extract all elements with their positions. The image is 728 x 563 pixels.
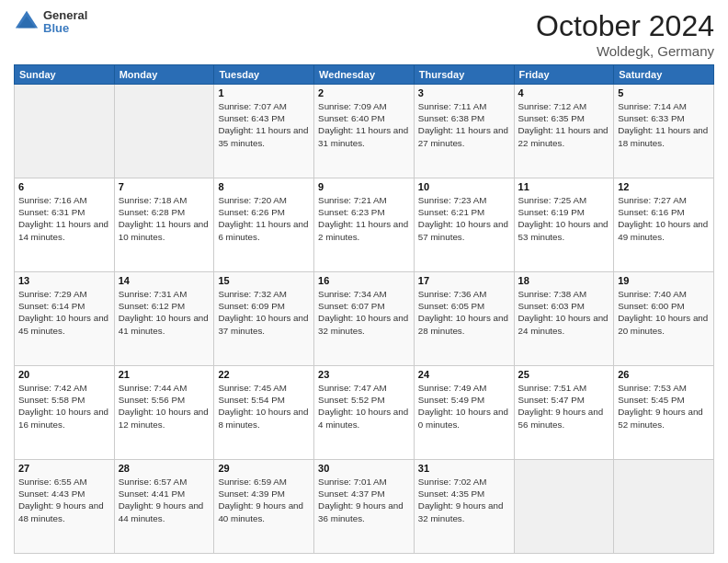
cell-day-number: 14 <box>119 275 210 286</box>
cell-info: Sunrise: 7:45 AM Sunset: 5:54 PM Dayligh… <box>218 382 310 431</box>
cell-info: Sunrise: 7:25 AM Sunset: 6:19 PM Dayligh… <box>518 194 610 243</box>
logo-line2: Blue <box>43 22 87 35</box>
cell-day-number: 27 <box>18 463 110 474</box>
cell-day-number: 24 <box>418 369 510 380</box>
calendar-cell: 18Sunrise: 7:38 AM Sunset: 6:03 PM Dayli… <box>514 272 614 366</box>
calendar-cell: 1Sunrise: 7:07 AM Sunset: 6:43 PM Daylig… <box>214 85 314 178</box>
calendar-cell: 27Sunrise: 6:55 AM Sunset: 4:43 PM Dayli… <box>15 460 115 554</box>
cell-info: Sunrise: 7:47 AM Sunset: 5:52 PM Dayligh… <box>318 382 410 431</box>
cell-day-number: 10 <box>418 181 510 192</box>
calendar-week-3: 13Sunrise: 7:29 AM Sunset: 6:14 PM Dayli… <box>15 272 714 366</box>
cell-info: Sunrise: 7:21 AM Sunset: 6:23 PM Dayligh… <box>318 194 410 243</box>
calendar-cell: 16Sunrise: 7:34 AM Sunset: 6:07 PM Dayli… <box>314 272 415 366</box>
calendar-cell: 17Sunrise: 7:36 AM Sunset: 6:05 PM Dayli… <box>414 272 514 366</box>
calendar-cell: 4Sunrise: 7:12 AM Sunset: 6:35 PM Daylig… <box>514 85 614 178</box>
cell-day-number: 15 <box>218 275 310 286</box>
cell-info: Sunrise: 7:29 AM Sunset: 6:14 PM Dayligh… <box>18 288 110 337</box>
calendar-cell: 6Sunrise: 7:16 AM Sunset: 6:31 PM Daylig… <box>15 178 115 272</box>
calendar-cell: 23Sunrise: 7:47 AM Sunset: 5:52 PM Dayli… <box>314 366 415 460</box>
cell-day-number: 19 <box>618 275 710 286</box>
weekday-wednesday: Wednesday <box>314 65 415 85</box>
cell-info: Sunrise: 7:18 AM Sunset: 6:28 PM Dayligh… <box>119 194 210 243</box>
cell-info: Sunrise: 7:16 AM Sunset: 6:31 PM Dayligh… <box>18 194 110 243</box>
cell-day-number: 7 <box>119 181 210 192</box>
cell-day-number: 4 <box>518 87 610 98</box>
weekday-friday: Friday <box>514 65 614 85</box>
weekday-tuesday: Tuesday <box>214 65 314 85</box>
calendar-cell: 15Sunrise: 7:32 AM Sunset: 6:09 PM Dayli… <box>214 272 314 366</box>
calendar-cell: 28Sunrise: 6:57 AM Sunset: 4:41 PM Dayli… <box>114 460 214 554</box>
calendar-cell: 8Sunrise: 7:20 AM Sunset: 6:26 PM Daylig… <box>214 178 314 272</box>
cell-info: Sunrise: 7:32 AM Sunset: 6:09 PM Dayligh… <box>218 288 310 337</box>
calendar-cell: 14Sunrise: 7:31 AM Sunset: 6:12 PM Dayli… <box>114 272 214 366</box>
calendar-cell: 29Sunrise: 6:59 AM Sunset: 4:39 PM Dayli… <box>214 460 314 554</box>
calendar-week-2: 6Sunrise: 7:16 AM Sunset: 6:31 PM Daylig… <box>15 178 714 272</box>
calendar-cell: 26Sunrise: 7:53 AM Sunset: 5:45 PM Dayli… <box>614 366 714 460</box>
cell-day-number: 2 <box>318 87 410 98</box>
cell-day-number: 5 <box>618 87 710 98</box>
cell-info: Sunrise: 7:09 AM Sunset: 6:40 PM Dayligh… <box>318 100 410 149</box>
month-title: October 2024 <box>536 9 714 43</box>
cell-info: Sunrise: 7:01 AM Sunset: 4:37 PM Dayligh… <box>318 476 410 524</box>
calendar-cell: 9Sunrise: 7:21 AM Sunset: 6:23 PM Daylig… <box>314 178 415 272</box>
calendar-week-4: 20Sunrise: 7:42 AM Sunset: 5:58 PM Dayli… <box>15 366 714 460</box>
cell-info: Sunrise: 7:51 AM Sunset: 5:47 PM Dayligh… <box>518 382 610 431</box>
calendar-cell: 30Sunrise: 7:01 AM Sunset: 4:37 PM Dayli… <box>314 460 415 554</box>
calendar-week-5: 27Sunrise: 6:55 AM Sunset: 4:43 PM Dayli… <box>15 460 714 554</box>
logo: General Blue <box>14 9 87 36</box>
page: General Blue October 2024 Woldegk, Germa… <box>0 0 728 563</box>
cell-day-number: 3 <box>418 87 510 98</box>
cell-info: Sunrise: 7:27 AM Sunset: 6:16 PM Dayligh… <box>618 194 710 243</box>
calendar-cell: 21Sunrise: 7:44 AM Sunset: 5:56 PM Dayli… <box>114 366 214 460</box>
cell-day-number: 6 <box>18 181 110 192</box>
cell-info: Sunrise: 7:34 AM Sunset: 6:07 PM Dayligh… <box>318 288 410 337</box>
calendar-cell <box>514 460 614 554</box>
cell-day-number: 22 <box>218 369 310 380</box>
calendar-cell: 2Sunrise: 7:09 AM Sunset: 6:40 PM Daylig… <box>314 85 415 178</box>
cell-info: Sunrise: 7:14 AM Sunset: 6:33 PM Dayligh… <box>618 100 710 149</box>
cell-info: Sunrise: 7:12 AM Sunset: 6:35 PM Dayligh… <box>518 100 610 149</box>
calendar-cell: 24Sunrise: 7:49 AM Sunset: 5:49 PM Dayli… <box>414 366 514 460</box>
logo-line1: General <box>43 9 87 22</box>
cell-day-number: 9 <box>318 181 410 192</box>
cell-info: Sunrise: 7:11 AM Sunset: 6:38 PM Dayligh… <box>418 100 510 149</box>
cell-day-number: 12 <box>618 181 710 192</box>
logo-icon <box>14 9 40 35</box>
cell-info: Sunrise: 7:49 AM Sunset: 5:49 PM Dayligh… <box>418 382 510 431</box>
calendar-cell: 12Sunrise: 7:27 AM Sunset: 6:16 PM Dayli… <box>614 178 714 272</box>
cell-day-number: 31 <box>418 463 510 474</box>
calendar-cell: 25Sunrise: 7:51 AM Sunset: 5:47 PM Dayli… <box>514 366 614 460</box>
calendar-cell: 13Sunrise: 7:29 AM Sunset: 6:14 PM Dayli… <box>15 272 115 366</box>
cell-info: Sunrise: 7:02 AM Sunset: 4:35 PM Dayligh… <box>418 476 510 524</box>
location: Woldegk, Germany <box>536 43 714 59</box>
calendar-cell: 11Sunrise: 7:25 AM Sunset: 6:19 PM Dayli… <box>514 178 614 272</box>
cell-day-number: 13 <box>18 275 110 286</box>
cell-info: Sunrise: 7:38 AM Sunset: 6:03 PM Dayligh… <box>518 288 610 337</box>
calendar-cell: 10Sunrise: 7:23 AM Sunset: 6:21 PM Dayli… <box>414 178 514 272</box>
calendar-cell: 5Sunrise: 7:14 AM Sunset: 6:33 PM Daylig… <box>614 85 714 178</box>
calendar-cell: 22Sunrise: 7:45 AM Sunset: 5:54 PM Dayli… <box>214 366 314 460</box>
cell-day-number: 29 <box>218 463 310 474</box>
cell-day-number: 8 <box>218 181 310 192</box>
cell-info: Sunrise: 7:36 AM Sunset: 6:05 PM Dayligh… <box>418 288 510 337</box>
weekday-header-row: SundayMondayTuesdayWednesdayThursdayFrid… <box>15 65 714 85</box>
logo-text: General Blue <box>43 9 87 36</box>
cell-info: Sunrise: 7:31 AM Sunset: 6:12 PM Dayligh… <box>119 288 210 337</box>
cell-day-number: 25 <box>518 369 610 380</box>
cell-info: Sunrise: 7:53 AM Sunset: 5:45 PM Dayligh… <box>618 382 710 431</box>
title-block: October 2024 Woldegk, Germany <box>536 9 714 59</box>
cell-info: Sunrise: 6:55 AM Sunset: 4:43 PM Dayligh… <box>18 476 110 524</box>
header: General Blue October 2024 Woldegk, Germa… <box>14 9 714 59</box>
weekday-monday: Monday <box>114 65 214 85</box>
calendar-cell: 19Sunrise: 7:40 AM Sunset: 6:00 PM Dayli… <box>614 272 714 366</box>
cell-day-number: 1 <box>218 87 310 98</box>
cell-day-number: 16 <box>318 275 410 286</box>
calendar-cell: 3Sunrise: 7:11 AM Sunset: 6:38 PM Daylig… <box>414 85 514 178</box>
cell-info: Sunrise: 7:40 AM Sunset: 6:00 PM Dayligh… <box>618 288 710 337</box>
cell-day-number: 28 <box>119 463 210 474</box>
cell-info: Sunrise: 6:57 AM Sunset: 4:41 PM Dayligh… <box>119 476 210 524</box>
cell-day-number: 30 <box>318 463 410 474</box>
weekday-thursday: Thursday <box>414 65 514 85</box>
cell-info: Sunrise: 7:20 AM Sunset: 6:26 PM Dayligh… <box>218 194 310 243</box>
calendar-cell: 7Sunrise: 7:18 AM Sunset: 6:28 PM Daylig… <box>114 178 214 272</box>
